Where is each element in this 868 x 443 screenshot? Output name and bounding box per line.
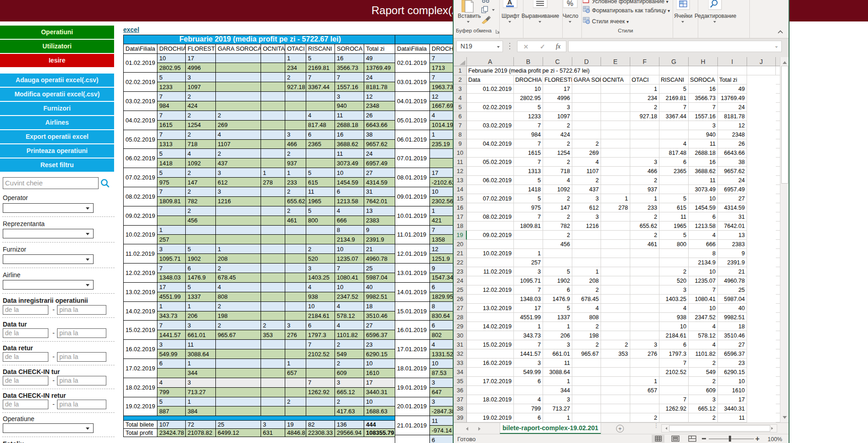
svg-text:%: %: [567, 0, 573, 7]
svg-text:А: А: [507, 0, 512, 6]
